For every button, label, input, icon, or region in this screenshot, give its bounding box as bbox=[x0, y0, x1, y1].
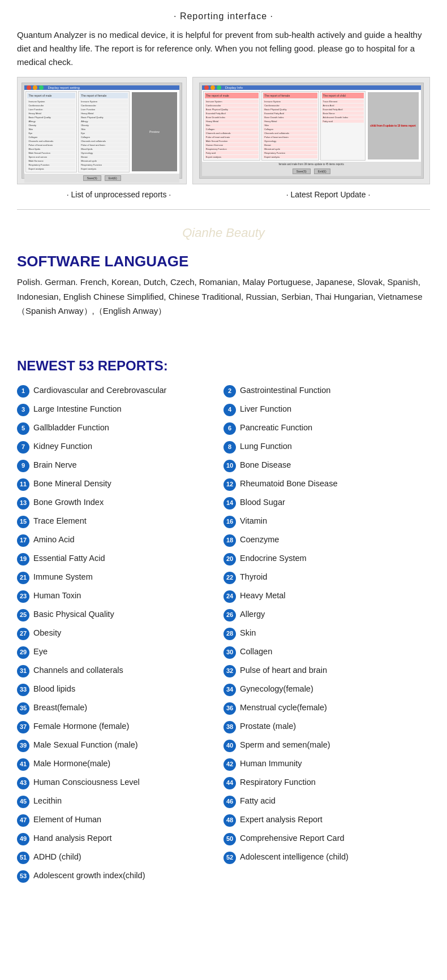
report-num-9: 9 bbox=[17, 460, 29, 472]
reports-grid: 1Cardiovascular and Cerebrovascular2Gast… bbox=[17, 383, 430, 884]
report-label-6: Pancreatic Function bbox=[240, 422, 312, 433]
report-num-24: 24 bbox=[224, 590, 236, 603]
report-num-17: 17 bbox=[17, 534, 29, 547]
report-num-38: 38 bbox=[224, 721, 236, 733]
report-num-18: 18 bbox=[224, 534, 236, 547]
report-num-48: 48 bbox=[224, 814, 236, 827]
report-label-29: Eye bbox=[33, 646, 48, 657]
report-num-44: 44 bbox=[224, 777, 236, 789]
report-item-19: 19Essential Fatty Acid bbox=[17, 551, 224, 567]
report-num-20: 20 bbox=[224, 553, 236, 565]
report-num-40: 40 bbox=[224, 740, 236, 752]
report-item-42: 42Human Immunity bbox=[224, 756, 430, 772]
report-label-46: Fatty acid bbox=[240, 795, 276, 806]
report-label-14: Blood Sugar bbox=[240, 497, 285, 508]
report-num-4: 4 bbox=[224, 404, 236, 416]
report-item-15: 15Trace Element bbox=[17, 513, 224, 530]
report-item-31: 31Channels and collaterals bbox=[17, 663, 224, 679]
report-label-32: Pulse of heart and brain bbox=[240, 664, 327, 676]
report-item-47: 47Element of Human bbox=[17, 812, 224, 828]
software-section: SOFTWARE LANGUAGE Polish. German. French… bbox=[17, 253, 430, 318]
report-item-53: 53Adolescent growth index(child) bbox=[17, 868, 430, 884]
report-num-46: 46 bbox=[224, 796, 236, 808]
right-caption: · Latest Report Update · bbox=[226, 190, 430, 199]
report-item-41: 41Male Hormone(male) bbox=[17, 756, 224, 772]
col-female-header: The report of female bbox=[80, 93, 128, 98]
report-label-5: Gallbladder Function bbox=[33, 422, 109, 433]
report-label-39: Male Sexual Function (male) bbox=[33, 739, 138, 750]
report-label-13: Bone Growth Index bbox=[33, 497, 104, 508]
report-label-44: Respiratory Function bbox=[240, 776, 316, 788]
report-item-16: 16Vitamin bbox=[224, 513, 430, 530]
report-num-50: 50 bbox=[224, 833, 236, 845]
report-label-51: ADHD (child) bbox=[33, 851, 81, 862]
reports-section: NEWEST 53 REPORTS: 1Cardiovascular and C… bbox=[17, 358, 430, 884]
page: · Reporting interface · Quantum Analyzer… bbox=[0, 0, 447, 896]
report-num-33: 33 bbox=[17, 684, 29, 696]
report-item-4: 4Liver Function bbox=[224, 402, 430, 418]
watermark-text: Qianhe Beauty bbox=[182, 226, 265, 240]
software-langs: Polish. German. French, Korean, Dutch, C… bbox=[17, 275, 430, 318]
report-label-25: Basic Physical Quality bbox=[33, 608, 114, 620]
report-item-37: 37Female Hormone (female) bbox=[17, 719, 224, 735]
report-label-27: Obesity bbox=[33, 627, 61, 638]
report-num-10: 10 bbox=[224, 460, 236, 472]
report-num-22: 22 bbox=[224, 572, 236, 584]
report-item-33: 33Blood lipids bbox=[17, 681, 224, 698]
report-item-44: 44Respiratory Function bbox=[224, 775, 430, 791]
page-header: · Reporting interface · bbox=[17, 11, 430, 21]
right-screenshot: Display Info The report of male Immune S… bbox=[192, 77, 430, 184]
report-num-30: 30 bbox=[224, 646, 236, 659]
report-label-24: Heavy Metal bbox=[240, 590, 286, 601]
report-num-1: 1 bbox=[17, 385, 29, 398]
report-num-53: 53 bbox=[17, 870, 29, 883]
header-title: · Reporting interface · bbox=[174, 11, 273, 21]
report-item-48: 48Expert analysis Report bbox=[224, 812, 430, 828]
left-caption: · List of unprocessed reports · bbox=[17, 190, 221, 199]
report-num-12: 12 bbox=[224, 478, 236, 491]
report-num-39: 39 bbox=[17, 740, 29, 752]
report-num-29: 29 bbox=[17, 646, 29, 659]
report-item-35: 35Breast(female) bbox=[17, 700, 224, 716]
report-num-42: 42 bbox=[224, 758, 236, 771]
report-label-42: Human Immunity bbox=[240, 758, 302, 769]
report-num-45: 45 bbox=[17, 796, 29, 808]
report-label-2: Gastrointestinal Function bbox=[240, 385, 330, 396]
report-item-10: 10Bone Disease bbox=[224, 457, 430, 474]
report-label-3: Large Intestine Function bbox=[33, 403, 122, 415]
report-label-36: Menstrual cycle(female) bbox=[240, 702, 327, 713]
report-label-35: Breast(female) bbox=[33, 702, 87, 713]
report-label-1: Cardiovascular and Cerebrovascular bbox=[33, 385, 166, 396]
report-item-11: 11Bone Mineral Density bbox=[17, 476, 224, 493]
report-label-22: Thyroid bbox=[240, 571, 267, 582]
report-label-11: Bone Mineral Density bbox=[33, 478, 111, 489]
report-num-3: 3 bbox=[17, 404, 29, 416]
report-item-5: 5Gallbladder Function bbox=[17, 420, 224, 437]
report-item-17: 17Amino Acid bbox=[17, 532, 224, 549]
report-label-16: Vitamin bbox=[240, 515, 267, 526]
report-num-36: 36 bbox=[224, 702, 236, 715]
report-item-22: 22Thyroid bbox=[224, 569, 430, 586]
report-item-23: 23Human Toxin bbox=[17, 588, 224, 605]
report-num-51: 51 bbox=[17, 852, 29, 864]
report-item-8: 8Lung Function bbox=[224, 439, 430, 455]
report-num-34: 34 bbox=[224, 684, 236, 696]
report-num-5: 5 bbox=[17, 422, 29, 435]
report-num-13: 13 bbox=[17, 497, 29, 510]
report-label-28: Skin bbox=[240, 627, 256, 638]
report-item-38: 38Prostate (male) bbox=[224, 719, 430, 735]
report-num-2: 2 bbox=[224, 385, 236, 398]
report-item-45: 45Lecithin bbox=[17, 793, 224, 810]
report-num-19: 19 bbox=[17, 553, 29, 565]
report-num-37: 37 bbox=[17, 721, 29, 733]
report-label-49: Hand analysis Report bbox=[33, 832, 112, 844]
report-label-50: Comprehensive Report Card bbox=[240, 832, 345, 844]
report-item-21: 21Immune System bbox=[17, 569, 224, 586]
report-num-21: 21 bbox=[17, 572, 29, 584]
report-label-12: Rheumatoid Bone Disease bbox=[240, 478, 338, 489]
report-item-1: 1Cardiovascular and Cerebrovascular bbox=[17, 383, 224, 399]
report-num-47: 47 bbox=[17, 814, 29, 827]
report-label-9: Brain Nerve bbox=[33, 459, 77, 470]
report-label-10: Bone Disease bbox=[240, 459, 291, 470]
report-item-13: 13Bone Growth Index bbox=[17, 495, 224, 511]
